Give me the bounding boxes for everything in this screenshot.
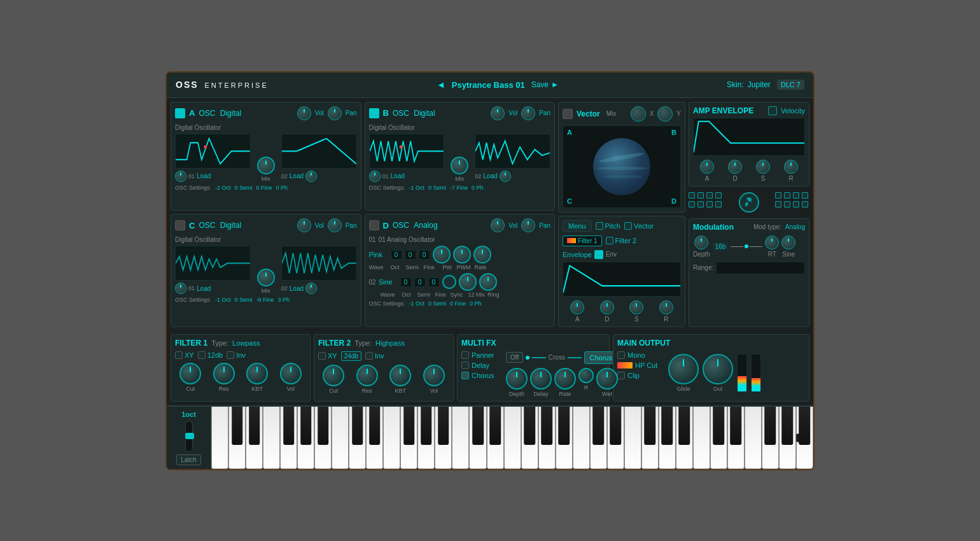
env-r-knob[interactable] — [659, 300, 673, 314]
osc-b-osc1-knob[interactable] — [369, 171, 381, 182]
mod-rt-knob[interactable] — [765, 235, 779, 249]
icon-dot-7[interactable] — [706, 201, 713, 207]
env-a-knob[interactable] — [570, 300, 584, 314]
icon-dot-6[interactable] — [697, 201, 704, 207]
white-key[interactable] — [624, 407, 641, 469]
osc-c-mix-knob[interactable] — [257, 269, 275, 286]
icon-dot-9[interactable] — [775, 192, 781, 199]
filter2-xy-checkbox[interactable] — [318, 352, 326, 360]
output-clip-checkbox[interactable] — [617, 372, 625, 379]
fx-panner-checkbox[interactable] — [461, 351, 469, 359]
white-key[interactable] — [263, 407, 280, 469]
osc-d-mix-knob[interactable] — [459, 273, 477, 291]
osc-c-osc1-load[interactable]: Load — [197, 285, 211, 292]
osc-a-vol-knob[interactable] — [297, 106, 311, 120]
osc-c-osc2-load[interactable]: Load — [290, 285, 304, 292]
fx-r-knob[interactable] — [578, 368, 594, 383]
black-key[interactable] — [644, 407, 655, 446]
black-key[interactable] — [765, 407, 776, 446]
osc-d-rate-knob[interactable] — [473, 246, 491, 263]
black-key[interactable] — [489, 407, 501, 446]
filter2-res-knob[interactable] — [356, 365, 378, 386]
osc-c-vol-knob[interactable] — [297, 218, 311, 232]
black-key[interactable] — [679, 407, 690, 446]
env-toggle-checkbox[interactable] — [594, 250, 603, 259]
osc-a-osc1-knob[interactable] — [175, 171, 186, 182]
filter2-cut-knob[interactable] — [323, 365, 344, 386]
black-key[interactable] — [403, 407, 415, 446]
black-key[interactable] — [592, 407, 604, 446]
filter1-kbt-knob[interactable] — [246, 363, 268, 384]
black-key[interactable] — [369, 407, 381, 446]
black-key[interactable] — [318, 407, 329, 446]
fx-rate-knob[interactable] — [554, 368, 576, 390]
icon-dot-12[interactable] — [802, 192, 808, 199]
white-key[interactable] — [504, 407, 521, 469]
vector-pad[interactable]: A B C D — [563, 125, 681, 208]
save-button[interactable]: Save ► — [531, 80, 559, 89]
icon-dot-1[interactable] — [689, 192, 695, 199]
osc-b-pan-knob[interactable] — [521, 106, 535, 120]
vector-x-knob[interactable] — [631, 106, 646, 122]
icon-dot-15[interactable] — [793, 201, 799, 207]
osc-a-toggle[interactable] — [175, 108, 185, 118]
fx-chorus-checkbox[interactable] — [461, 372, 469, 379]
output-out-knob[interactable] — [703, 354, 733, 384]
filter2-vol-knob[interactable] — [423, 365, 445, 386]
amp-d-knob[interactable] — [728, 160, 742, 174]
osc-d-sync-knob[interactable] — [442, 275, 456, 289]
black-key[interactable] — [541, 407, 552, 446]
osc-d-pw-knob[interactable] — [433, 246, 451, 263]
osc-b-vol-knob[interactable] — [491, 106, 505, 120]
osc-a-pan-knob[interactable] — [328, 106, 342, 120]
icon-dot-3[interactable] — [706, 192, 713, 199]
black-key[interactable] — [782, 407, 794, 446]
filter1-res-knob[interactable] — [213, 363, 235, 384]
mod-sine-knob[interactable] — [781, 235, 795, 249]
osc-b-osc1-load[interactable]: Load — [391, 172, 405, 179]
black-key[interactable] — [249, 407, 260, 446]
white-key[interactable] — [211, 407, 228, 469]
filter2-kbt-knob[interactable] — [389, 365, 411, 386]
white-key[interactable] — [452, 407, 469, 469]
black-key[interactable] — [524, 407, 535, 446]
osc-a-osc1-load[interactable]: Load — [197, 172, 211, 179]
filter2-checkbox-box[interactable] — [606, 237, 613, 244]
black-key[interactable] — [610, 407, 621, 446]
menu-button[interactable]: Menu — [563, 220, 592, 232]
osc-c-toggle[interactable] — [175, 220, 185, 230]
icon-dot-10[interactable] — [784, 192, 790, 199]
preset-prev-arrow[interactable]: ◄ — [437, 80, 445, 90]
black-key[interactable] — [558, 407, 570, 446]
osc-a-osc2-load[interactable]: Load — [290, 172, 304, 179]
black-key[interactable] — [661, 407, 673, 446]
black-key[interactable] — [438, 407, 449, 446]
output-glide-knob[interactable] — [668, 354, 699, 384]
env-d-knob[interactable] — [600, 300, 614, 314]
fx-delay-knob[interactable] — [530, 368, 552, 390]
fx-wet-knob[interactable] — [596, 368, 618, 390]
white-key[interactable] — [332, 407, 349, 469]
vector-y-knob[interactable] — [657, 106, 673, 122]
white-key[interactable] — [693, 407, 710, 469]
fan-icon[interactable] — [739, 192, 759, 213]
env-s-knob[interactable] — [629, 300, 643, 314]
osc-b-osc2-load[interactable]: Load — [483, 172, 497, 179]
velocity-toggle[interactable] — [768, 106, 777, 115]
dlc-badge[interactable]: DLC 7 — [777, 80, 804, 90]
filter2-24db-sep[interactable]: 24db — [341, 351, 361, 361]
icon-dot-13[interactable] — [775, 201, 781, 207]
fx-delay-checkbox[interactable] — [461, 362, 469, 369]
vector-checkbox-box[interactable] — [624, 222, 632, 230]
icon-dot-4[interactable] — [715, 192, 722, 199]
black-key[interactable] — [713, 407, 725, 446]
mod-range-display[interactable] — [716, 262, 805, 274]
osc-d-pwm-knob[interactable] — [453, 246, 471, 263]
osc-d-toggle[interactable] — [369, 220, 379, 230]
icon-dot-11[interactable] — [793, 192, 799, 199]
latch-button[interactable]: Latch — [176, 454, 200, 465]
fx-off-btn[interactable]: Off — [506, 352, 523, 363]
icon-dot-16[interactable] — [802, 201, 808, 207]
fx-depth-knob[interactable] — [506, 368, 528, 390]
pitch-checkbox-box[interactable] — [596, 222, 603, 230]
